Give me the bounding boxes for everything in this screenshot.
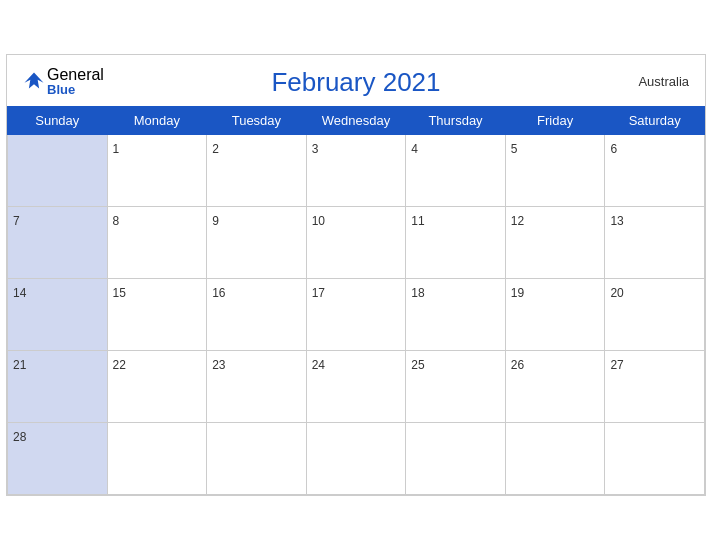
calendar-header: General Blue February 2021 Australia [7,55,705,106]
day-number: 2 [212,142,219,156]
calendar-table: Sunday Monday Tuesday Wednesday Thursday… [7,106,705,495]
month-title: February 2021 [271,67,440,98]
header-monday: Monday [107,107,207,135]
calendar-cell: 14 [8,279,108,351]
calendar-cell: 12 [505,207,605,279]
week-row-5: 28 [8,423,705,495]
calendar-cell: 9 [207,207,307,279]
calendar-cell: 3 [306,135,406,207]
week-row-4: 21222324252627 [8,351,705,423]
day-number: 19 [511,286,524,300]
day-number: 9 [212,214,219,228]
logo-bird-icon [23,70,45,92]
day-number: 23 [212,358,225,372]
day-number: 8 [113,214,120,228]
header-friday: Friday [505,107,605,135]
calendar-cell [605,423,705,495]
day-number: 13 [610,214,623,228]
calendar-cell: 20 [605,279,705,351]
day-number: 11 [411,214,424,228]
day-number: 16 [212,286,225,300]
weekday-header-row: Sunday Monday Tuesday Wednesday Thursday… [8,107,705,135]
calendar-cell: 27 [605,351,705,423]
logo: General Blue [23,66,104,95]
svg-marker-0 [24,72,43,88]
calendar-cell [505,423,605,495]
header-tuesday: Tuesday [207,107,307,135]
day-number: 6 [610,142,617,156]
calendar-cell: 2 [207,135,307,207]
calendar-cell [306,423,406,495]
calendar-cell: 19 [505,279,605,351]
day-number: 27 [610,358,623,372]
day-number: 15 [113,286,126,300]
header-wednesday: Wednesday [306,107,406,135]
calendar-cell: 6 [605,135,705,207]
calendar-cell: 8 [107,207,207,279]
day-number: 4 [411,142,418,156]
day-number: 1 [113,142,120,156]
calendar-container: General Blue February 2021 Australia Sun… [6,54,706,496]
calendar-cell: 22 [107,351,207,423]
day-number: 7 [13,214,20,228]
day-number: 24 [312,358,325,372]
day-number: 20 [610,286,623,300]
calendar-cell: 28 [8,423,108,495]
week-row-2: 78910111213 [8,207,705,279]
calendar-cell: 21 [8,351,108,423]
calendar-cell [406,423,506,495]
day-number: 14 [13,286,26,300]
day-number: 17 [312,286,325,300]
day-number: 18 [411,286,424,300]
calendar-cell [8,135,108,207]
calendar-cell: 25 [406,351,506,423]
calendar-cell: 13 [605,207,705,279]
day-number: 25 [411,358,424,372]
calendar-cell: 10 [306,207,406,279]
calendar-cell: 7 [8,207,108,279]
calendar-cell: 15 [107,279,207,351]
week-row-3: 14151617181920 [8,279,705,351]
calendar-body: 1234567891011121314151617181920212223242… [8,135,705,495]
day-number: 5 [511,142,518,156]
calendar-cell: 23 [207,351,307,423]
logo-general: General [47,66,104,82]
day-number: 12 [511,214,524,228]
calendar-cell: 5 [505,135,605,207]
logo-text: General Blue [47,66,104,95]
calendar-cell: 24 [306,351,406,423]
header-sunday: Sunday [8,107,108,135]
day-number: 22 [113,358,126,372]
calendar-cell: 11 [406,207,506,279]
day-number: 10 [312,214,325,228]
header-thursday: Thursday [406,107,506,135]
calendar-cell: 18 [406,279,506,351]
calendar-cell: 16 [207,279,307,351]
header-saturday: Saturday [605,107,705,135]
logo-blue: Blue [47,82,104,95]
day-number: 3 [312,142,319,156]
day-number: 26 [511,358,524,372]
calendar-cell [207,423,307,495]
week-row-1: 123456 [8,135,705,207]
calendar-cell: 4 [406,135,506,207]
calendar-cell: 17 [306,279,406,351]
calendar-cell [107,423,207,495]
day-number: 28 [13,430,26,444]
country-label: Australia [638,73,689,88]
calendar-cell: 1 [107,135,207,207]
day-number: 21 [13,358,26,372]
calendar-cell: 26 [505,351,605,423]
